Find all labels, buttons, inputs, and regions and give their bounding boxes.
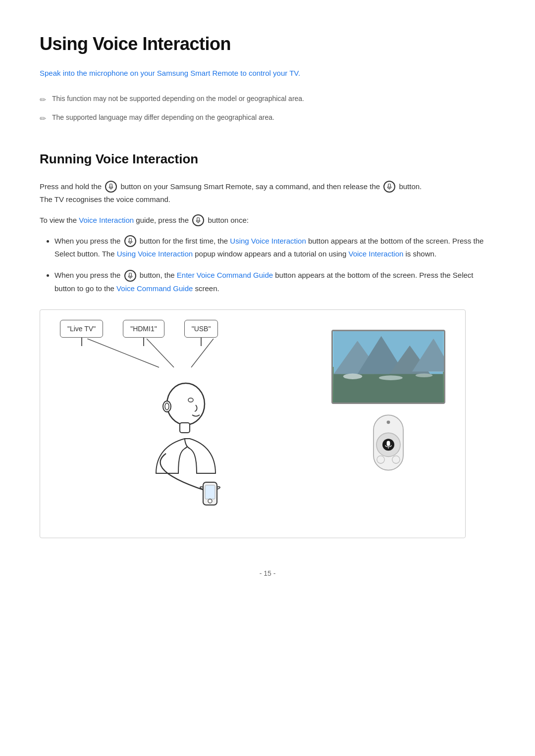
bullet-2-end: screen. (195, 284, 219, 293)
para-1-after: button. (399, 182, 422, 191)
page-subtitle: Speak into the microphone on your Samsun… (40, 67, 495, 79)
note-icon-1: ✏ (40, 94, 46, 106)
bullet-1-mid3: popup window appears and a tutorial on u… (195, 250, 348, 258)
section-running-title: Running Voice Interaction (40, 149, 495, 170)
svg-point-31 (343, 373, 362, 379)
bubble-hdmi: "HDMI1" (123, 320, 164, 338)
svg-point-16 (188, 398, 193, 402)
remote-illustration (364, 413, 413, 472)
para-2-mid: guide, press the (136, 216, 191, 224)
bullet-2-mid1: button, the (140, 271, 177, 279)
para-1-line2: The TV recognises the voice command. (40, 195, 170, 203)
para-1: Press and hold the button on your Samsun… (40, 180, 495, 206)
bullet-1-end: is shown. (406, 250, 437, 258)
bubble-livetv: "Live TV" (60, 320, 103, 338)
svg-point-40 (377, 456, 384, 463)
illustration-container: "Live TV" "HDMI1" "USB" (40, 309, 466, 538)
svg-point-15 (165, 403, 169, 410)
svg-rect-2 (388, 184, 391, 188)
svg-rect-8 (129, 273, 131, 277)
mic-icon-inline-4 (124, 235, 136, 247)
note-text-1: This function may not be supported depen… (52, 93, 304, 104)
bullet-1-before: When you press the (54, 237, 123, 245)
mic-icon-inline-2 (383, 181, 395, 193)
mic-icon-inline-1 (105, 181, 117, 193)
bullet-item-1: When you press the button for the first … (54, 235, 495, 260)
tv-screen (331, 330, 445, 404)
person-illustration (126, 374, 265, 523)
mic-icon-inline-3 (192, 214, 204, 226)
using-voice-link-2[interactable]: Using Voice Interaction (117, 250, 193, 258)
svg-line-11 (147, 339, 174, 367)
voice-interaction-link-1[interactable]: Voice Interaction (79, 216, 134, 224)
svg-rect-0 (110, 184, 112, 188)
svg-rect-6 (129, 238, 131, 242)
svg-point-32 (379, 375, 403, 380)
using-voice-link-1[interactable]: Using Voice Interaction (230, 237, 306, 245)
svg-rect-19 (205, 485, 215, 499)
note-icon-2: ✏ (40, 112, 46, 125)
svg-rect-17 (180, 423, 190, 433)
bullet-1-mid1: button for the first time, the (140, 237, 230, 245)
para-2: To view the Voice Interaction guide, pre… (40, 214, 495, 227)
mic-icon-inline-5 (124, 270, 136, 282)
page-title: Using Voice Interaction (40, 30, 495, 58)
voice-command-guide-link[interactable]: Voice Command Guide (116, 284, 193, 293)
bubble-usb: "USB" (184, 320, 218, 338)
svg-point-13 (167, 383, 205, 425)
svg-point-41 (392, 456, 400, 463)
page-number: - 15 - (40, 568, 495, 579)
svg-rect-38 (387, 441, 390, 446)
svg-line-12 (191, 339, 214, 367)
svg-point-35 (387, 420, 390, 424)
bullet-item-2: When you press the button, the Enter Voi… (54, 269, 495, 295)
para-1-before: Press and hold the (40, 182, 102, 191)
para-1-mid: button on your Samsung Smart Remote, say… (120, 182, 380, 191)
para-2-before: To view the (40, 216, 77, 224)
bubble-lines (60, 339, 288, 368)
svg-point-20 (208, 499, 212, 503)
note-2: ✏ The supported language may differ depe… (40, 112, 495, 125)
svg-line-10 (87, 339, 159, 367)
svg-rect-4 (197, 217, 200, 221)
svg-point-33 (416, 373, 433, 377)
enter-voice-command-link[interactable]: Enter Voice Command Guide (177, 271, 273, 279)
voice-interaction-link-2[interactable]: Voice Interaction (348, 250, 403, 258)
para-2-after: button once: (208, 216, 249, 224)
note-text-2: The supported language may differ depend… (52, 112, 274, 123)
note-1: ✏ This function may not be supported dep… (40, 93, 495, 106)
bullet-list: When you press the button for the first … (54, 235, 495, 295)
bullet-2-before: When you press the (54, 271, 123, 279)
